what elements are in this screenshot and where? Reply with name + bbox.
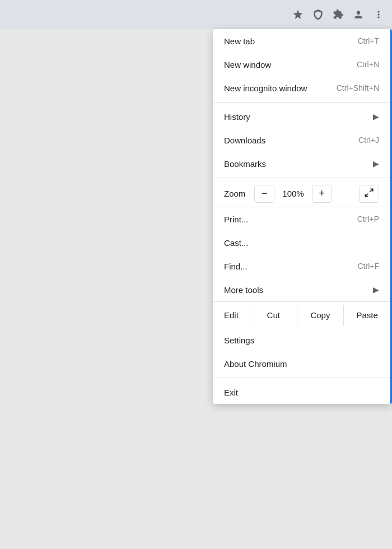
zoom-row: Zoom − 100% + — [213, 180, 390, 207]
edit-row: Edit Cut Copy Paste — [213, 301, 390, 328]
new-incognito-window-item[interactable]: New incognito window Ctrl+Shift+N — [213, 76, 390, 100]
print-item[interactable]: Print... Ctrl+P — [213, 207, 390, 231]
paste-button[interactable]: Paste — [343, 305, 390, 325]
divider-1 — [213, 102, 390, 103]
divider-3 — [213, 378, 390, 378]
cast-item[interactable]: Cast... — [213, 231, 390, 254]
star-icon[interactable] — [289, 6, 307, 24]
find-item[interactable]: Find... Ctrl+F — [213, 254, 390, 278]
zoom-controls: − 100% + — [254, 185, 359, 203]
new-window-item[interactable]: New window Ctrl+N — [213, 53, 390, 76]
more-tools-item[interactable]: More tools ▶ — [213, 278, 390, 301]
exit-item[interactable]: Exit — [213, 380, 390, 404]
cut-button[interactable]: Cut — [250, 305, 297, 325]
settings-item[interactable]: Settings — [213, 328, 390, 352]
about-chromium-item[interactable]: About Chromium — [213, 352, 390, 375]
bookmarks-item[interactable]: Bookmarks ▶ — [213, 152, 390, 175]
chrome-menu: New tab Ctrl+T New window Ctrl+N New inc… — [213, 29, 392, 404]
zoom-in-button[interactable]: + — [312, 185, 332, 203]
copy-button[interactable]: Copy — [297, 305, 344, 325]
downloads-item[interactable]: Downloads Ctrl+J — [213, 128, 390, 152]
divider-2 — [213, 178, 390, 178]
edit-buttons: Cut Copy Paste — [250, 305, 390, 325]
zoom-out-button[interactable]: − — [254, 185, 274, 203]
puzzle-icon[interactable] — [329, 6, 347, 24]
zoom-label: Zoom — [224, 189, 245, 198]
fullscreen-icon — [364, 188, 374, 200]
zoom-value: 100% — [274, 189, 311, 198]
account-icon[interactable] — [349, 6, 367, 24]
more-options-icon[interactable] — [370, 6, 388, 24]
browser-toolbar — [0, 0, 392, 29]
edit-label: Edit — [213, 305, 250, 325]
fullscreen-button[interactable] — [359, 185, 379, 203]
new-tab-item[interactable]: New tab Ctrl+T — [213, 29, 390, 53]
history-item[interactable]: History ▶ — [213, 105, 390, 128]
shield-icon[interactable] — [309, 6, 327, 24]
